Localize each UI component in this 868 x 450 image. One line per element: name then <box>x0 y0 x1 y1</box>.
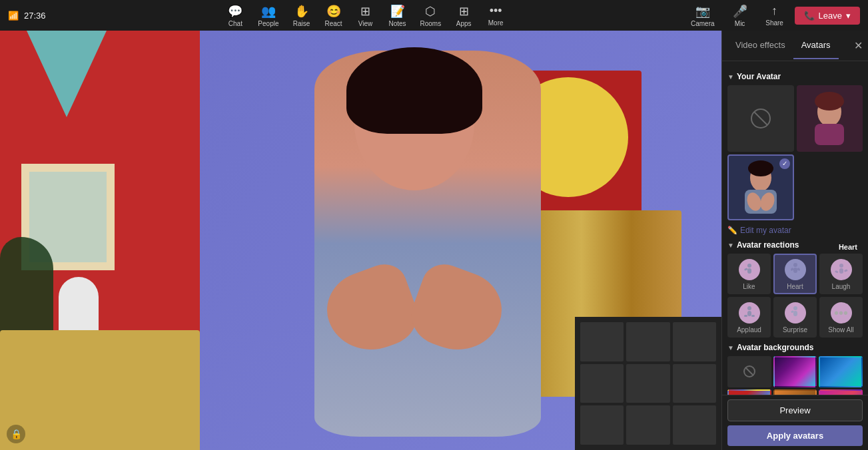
leave-button[interactable]: 📞 Leave ▾ <box>795 7 860 25</box>
no-background-option[interactable] <box>727 356 771 387</box>
avatar-3-preview <box>741 160 781 214</box>
avatar-hand-right <box>403 258 512 362</box>
cabinet-drawer <box>626 364 669 403</box>
svg-point-3 <box>815 92 844 111</box>
svg-line-27 <box>745 367 753 375</box>
avatar-hands <box>328 250 501 370</box>
lamp <box>27 31 107 117</box>
phone-icon: 📞 <box>804 11 815 21</box>
background-colorful-2[interactable] <box>819 356 863 387</box>
like-figure-icon <box>741 262 757 278</box>
dresser <box>0 330 200 450</box>
your-avatar-section-header[interactable]: ▼ Your Avatar <box>727 72 863 81</box>
reaction-surprise-icon <box>785 302 806 324</box>
apps-button[interactable]: ⊞ Apps <box>449 1 478 30</box>
svg-point-15 <box>839 264 843 268</box>
apps-icon: ⊞ <box>459 4 469 19</box>
close-button[interactable]: ✕ <box>854 39 863 52</box>
svg-rect-22 <box>751 315 755 317</box>
surprise-figure-icon <box>787 305 803 321</box>
background-room-2[interactable] <box>773 389 817 395</box>
cabinet-drawer <box>673 322 716 361</box>
svg-line-1 <box>754 112 767 125</box>
chevron-down-icon-bg: ▼ <box>727 344 734 351</box>
avatar-reactions-section-header[interactable]: ▼ Avatar reactions Heart <box>727 240 863 250</box>
avatar-hand-left <box>316 258 425 362</box>
your-avatar-grid: ✓ <box>727 85 863 220</box>
reaction-like-icon <box>739 259 760 280</box>
raise-button[interactable]: ✋ Raise <box>287 1 316 30</box>
svg-rect-4 <box>815 124 844 145</box>
camera-button[interactable]: 📷 Camera <box>685 1 720 30</box>
laugh-figure-icon <box>833 262 849 278</box>
svg-rect-14 <box>793 268 797 273</box>
notes-icon: 📝 <box>390 4 405 19</box>
no-avatar-option[interactable] <box>727 85 794 152</box>
avatar-reactions-section: ▼ Avatar reactions Heart <box>727 240 863 338</box>
avatar-backgrounds-section-header[interactable]: ▼ Avatar backgrounds <box>727 343 863 352</box>
view-button[interactable]: ⊞ View <box>351 1 380 30</box>
more-button[interactable]: ••• More <box>481 1 510 29</box>
no-avatar-slash-icon <box>750 108 771 129</box>
svg-rect-20 <box>747 311 751 316</box>
notes-button[interactable]: 📝 Notes <box>383 1 412 30</box>
svg-point-13 <box>793 263 797 267</box>
preview-button[interactable]: Preview <box>727 399 863 421</box>
reaction-like[interactable]: Like <box>727 254 771 294</box>
cabinet-drawer <box>673 405 716 445</box>
panel-content: ▼ Your Avatar <box>722 61 868 395</box>
raise-icon: ✋ <box>294 4 309 19</box>
background-room-1[interactable] <box>727 389 771 395</box>
video-area: 🔒 <box>0 31 721 450</box>
svg-point-23 <box>793 306 797 310</box>
avatar-option-2[interactable] <box>797 85 863 152</box>
panel-header: Video effects Avatars ✕ <box>722 31 868 61</box>
people-icon: 👥 <box>261 4 276 19</box>
share-button[interactable]: ↑ Share <box>760 1 789 29</box>
show-all-icon: ••• <box>831 302 852 324</box>
reaction-laugh[interactable]: Laugh <box>819 254 863 294</box>
mic-icon: 🎤 <box>733 4 747 19</box>
reaction-applaud[interactable]: Applaud <box>727 297 771 338</box>
time-display: 27:36 <box>24 11 46 21</box>
svg-rect-11 <box>747 268 751 274</box>
tab-avatars[interactable]: Avatars <box>793 32 839 59</box>
apply-avatars-button[interactable]: Apply avatars <box>727 425 863 446</box>
background-abstract-1[interactable] <box>819 389 863 395</box>
background-colorful-1[interactable] <box>773 356 817 387</box>
svg-rect-18 <box>844 269 848 272</box>
reaction-applaud-icon <box>739 302 760 324</box>
svg-rect-12 <box>744 268 748 271</box>
top-bar: 📶 27:36 💬 Chat 👥 People ✋ Raise 😊 React … <box>0 0 868 31</box>
heart-figure-icon <box>787 262 803 278</box>
rooms-button[interactable]: ⬡ Rooms <box>415 1 447 30</box>
avatar-option-3[interactable]: ✓ <box>727 154 794 221</box>
avatar-figure <box>261 31 594 450</box>
edit-avatar-link[interactable]: ✏️ Edit my avatar <box>727 226 863 235</box>
main-area: 🔒 Video effects Avatars ✕ ▼ Your Avatar <box>0 31 868 450</box>
svg-point-6 <box>748 160 773 176</box>
panel-tabs: Video effects Avatars <box>727 32 839 59</box>
avatar-backgrounds-grid: ••• <box>727 356 863 395</box>
reaction-heart[interactable]: Heart <box>773 254 817 294</box>
cabinet-drawer <box>626 405 669 445</box>
chat-icon: 💬 <box>228 4 242 19</box>
people-button[interactable]: 👥 People <box>252 1 284 30</box>
more-icon: ••• <box>490 4 502 18</box>
react-button[interactable]: 😊 React <box>319 1 348 30</box>
rooms-icon: ⬡ <box>425 4 436 19</box>
tab-video-effects[interactable]: Video effects <box>727 32 793 59</box>
avatar-2-preview <box>809 92 849 145</box>
reaction-surprise[interactable]: Surprise <box>773 297 817 338</box>
watermark: 🔒 <box>7 425 25 443</box>
reaction-show-all[interactable]: ••• Show All <box>819 297 863 338</box>
mic-button[interactable]: 🎤 Mic <box>725 1 755 30</box>
panel-footer: Preview Apply avatars <box>722 395 868 450</box>
avatar-hair <box>346 47 482 134</box>
chevron-down-icon-reactions: ▼ <box>727 242 734 249</box>
chat-button[interactable]: 💬 Chat <box>220 1 250 30</box>
applaud-figure-icon <box>741 305 757 321</box>
chevron-down-icon: ▼ <box>727 73 734 81</box>
svg-point-19 <box>747 306 751 310</box>
svg-rect-21 <box>744 315 747 317</box>
